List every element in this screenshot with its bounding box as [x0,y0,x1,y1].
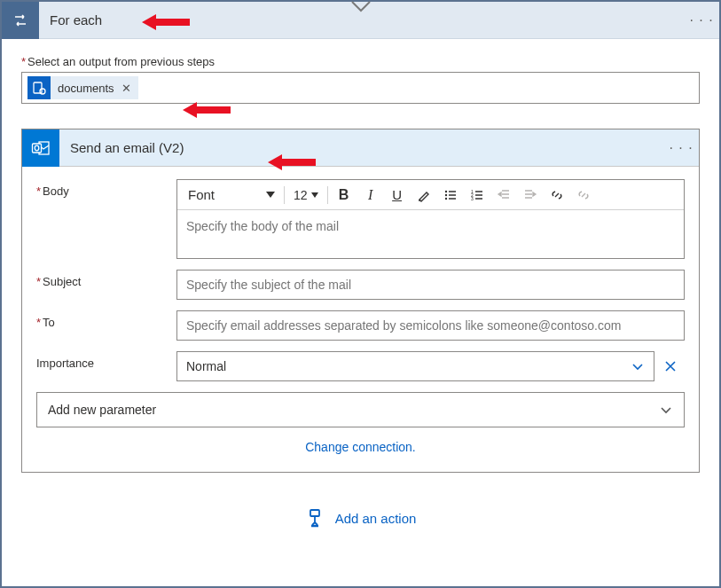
bold-button[interactable]: B [332,184,357,207]
subject-input[interactable] [176,270,685,300]
svg-point-7 [444,197,446,199]
underline-button[interactable]: U [385,184,410,207]
importance-select[interactable]: Normal [176,351,654,381]
svg-rect-3 [33,144,42,153]
body-textarea[interactable]: Specify the body of the mail [177,210,684,258]
add-action-label: Add an action [335,511,417,526]
foreach-menu-button[interactable]: · · · [684,12,719,28]
outlook-icon [22,129,59,167]
outdent-button[interactable] [491,184,516,207]
send-email-header[interactable]: Send an email (V2) · · · [22,129,699,167]
bullet-list-button[interactable] [438,184,463,207]
font-size-dropdown[interactable]: 12 [288,184,324,207]
token-remove-icon[interactable]: ✕ [121,82,131,95]
highlight-button[interactable] [411,184,436,207]
svg-point-1 [40,89,45,94]
send-email-card: Send an email (V2) · · · *Body Font 12 [21,129,700,473]
add-parameter-label: Add new parameter [48,403,156,417]
indent-button[interactable] [518,184,543,207]
unlink-button[interactable] [571,184,596,207]
chevron-down-icon [659,403,673,417]
token-documents[interactable]: documents ✕ [27,76,138,99]
importance-label: Importance [36,351,176,370]
token-label: documents [58,82,114,95]
rte-toolbar: Font 12 B I U [177,180,684,210]
svg-point-5 [444,190,446,192]
importance-value: Normal [186,359,226,373]
add-action-button[interactable]: Add an action [305,508,417,528]
flow-arrow-down-icon [351,1,371,13]
send-email-title: Send an email (V2) [59,140,663,155]
subject-label: *Subject [36,270,176,288]
loop-icon [2,2,39,39]
send-email-menu-button[interactable]: · · · [663,140,699,156]
document-list-icon [27,76,51,99]
svg-rect-11 [310,510,319,516]
foreach-title: For each [39,12,684,27]
add-parameter-dropdown[interactable]: Add new parameter [36,392,685,427]
font-dropdown[interactable]: Font [183,184,280,207]
link-button[interactable] [545,184,569,207]
add-step-icon [305,508,325,528]
number-list-button[interactable]: 123 [465,184,490,207]
body-editor[interactable]: Font 12 B I U [176,179,685,259]
select-output-label: *Select an output from previous steps [21,55,700,68]
importance-clear-button[interactable] [663,359,685,373]
to-label: *To [36,310,176,329]
chevron-down-icon [631,359,645,373]
to-input[interactable] [176,310,685,341]
svg-text:3: 3 [471,196,474,201]
svg-point-6 [444,193,446,195]
italic-button[interactable]: I [358,184,383,207]
body-label: *Body [36,179,176,198]
select-output-input[interactable]: documents ✕ [21,72,700,104]
change-connection-link[interactable]: Change connection. [305,440,416,454]
